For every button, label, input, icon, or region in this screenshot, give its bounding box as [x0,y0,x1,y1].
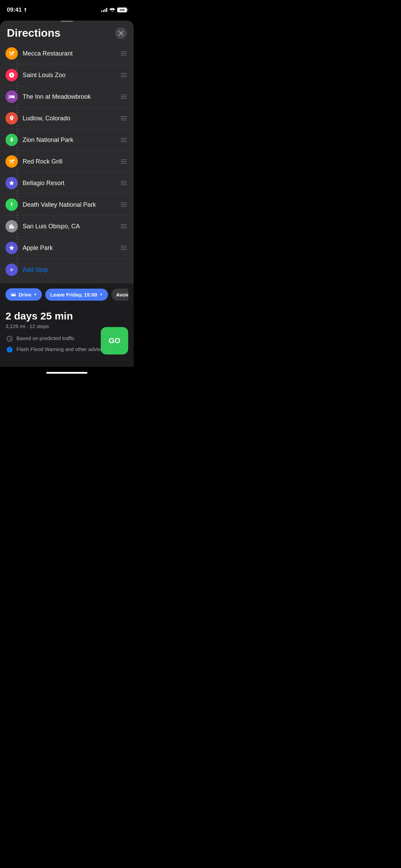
drag-handle[interactable] [119,201,128,208]
drag-handle[interactable] [119,72,128,79]
stop-icon-mecca [5,47,18,60]
leave-chevron: ▼ [99,292,103,297]
stop-icon-zoo [5,69,18,81]
go-button[interactable]: GO [101,327,128,354]
sheet-header: Directions [0,22,134,43]
drive-label: Drive [19,292,32,298]
battery-level: 100 [119,8,124,12]
transport-controls: Drive ▼ Leave Friday, 15:00 ▼ Avoid [0,284,134,304]
battery-icon: 100 [117,8,127,12]
route-stops: 12 stops [29,323,49,329]
route-duration: 2 days 25 min [5,310,128,322]
warning-main: Flash Flood Warning and other advisories [16,346,111,352]
drag-handle[interactable] [119,115,128,122]
route-distance: 3,126 mi [5,323,25,329]
stop-item: Mecca Restaurant [5,43,128,64]
time-display: 09:41 [7,7,22,13]
close-button[interactable] [115,27,127,39]
go-label: GO [109,336,120,345]
stop-name-applepark: Apple Park [23,244,114,252]
directions-sheet: Directions Mecca Restaurant [0,21,134,367]
avoid-button[interactable]: Avoid [111,289,128,301]
leave-label: Leave Friday, 15:00 [50,292,97,298]
add-stop-icon [5,264,18,276]
stop-item: San Luis Obispo, CA [5,216,128,237]
add-stop-row[interactable]: Add Stop [5,259,128,281]
stop-name-zoo: Saint Louis Zoo [23,72,114,79]
stop-name-ludlow: Ludlow, Colorado [23,115,114,122]
status-bar: 09:41 100 [0,0,134,17]
status-right: 100 [101,8,127,12]
meta-separator: · [27,323,29,329]
car-icon [10,291,16,298]
stop-icon-slo [5,220,18,232]
route-summary: 2 days 25 min 3,126 mi · 12 stops Based … [0,304,134,367]
leave-time-button[interactable]: Leave Friday, 15:00 ▼ [45,289,108,301]
stop-icon-zion [5,134,18,146]
stop-item: Saint Louis Zoo [5,64,128,86]
drag-handle[interactable] [119,180,128,186]
stop-item: Ludlow, Colorado [5,108,128,129]
stop-name-mecca: Mecca Restaurant [23,50,114,57]
stop-icon-applepark [5,242,18,254]
warning-icon [5,346,14,354]
stop-item: Bellagio Resort [5,172,128,194]
home-indicator [0,367,134,378]
close-icon [119,31,123,36]
stop-item: Death Valley National Park [5,194,128,216]
drag-handle[interactable] [119,223,128,230]
status-time: 09:41 [7,7,27,13]
stop-icon-ludlow [5,112,18,124]
stop-name-zion: Zion National Park [23,136,114,144]
page-title: Directions [7,27,60,39]
drag-handle[interactable] [119,93,128,100]
wifi-icon [109,8,115,12]
stop-name-slo: San Luis Obispo, CA [23,223,114,230]
stop-item: Zion National Park [5,129,128,151]
stop-item: The Inn at Meadowbrook [5,86,128,108]
drag-handle[interactable] [119,136,128,143]
transport-row: Drive ▼ Leave Friday, 15:00 ▼ Avoid [5,288,128,301]
stop-icon-deathvalley [5,198,18,211]
drive-button[interactable]: Drive ▼ [5,288,42,301]
drag-handle[interactable] [119,244,128,251]
stop-icon-bellagio [5,177,18,189]
drive-chevron: ▼ [34,292,37,297]
stop-name-meadowbrook: The Inn at Meadowbrook [23,93,114,100]
traffic-text: Based on predicted traffic [16,335,75,342]
stop-icon-redrockgrill [5,155,18,168]
stop-item: Apple Park [5,237,128,259]
stop-item: Red Rock Grill [5,151,128,172]
stop-name-deathvalley: Death Valley National Park [23,201,114,208]
stop-list: Mecca Restaurant Saint Louis Zoo [0,43,134,281]
drag-handle[interactable] [119,158,128,165]
stop-name-redrockgrill: Red Rock Grill [23,158,114,165]
stop-icon-meadowbrook [5,91,18,103]
stop-name-bellagio: Bellagio Resort [23,180,114,187]
signal-icon [101,8,107,12]
home-bar [46,372,87,374]
add-stop-label: Add Stop [23,266,48,274]
traffic-icon [5,335,14,343]
drag-handle[interactable] [119,50,128,57]
avoid-label: Avoid [116,292,128,298]
